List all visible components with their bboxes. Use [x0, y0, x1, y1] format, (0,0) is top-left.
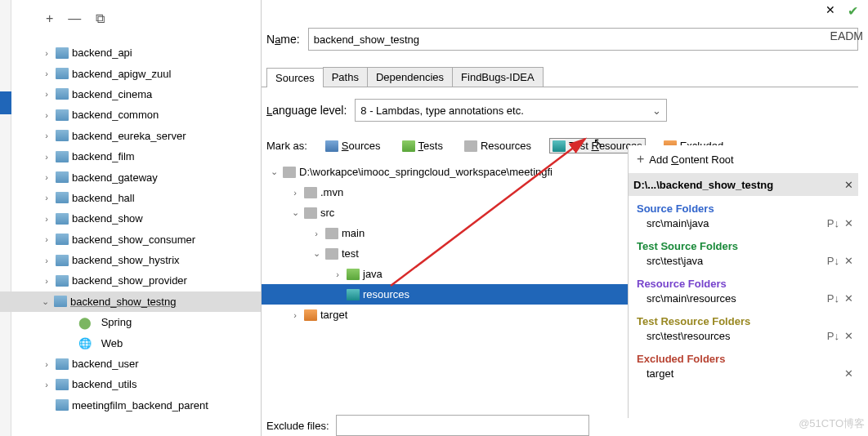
- tree-item-backend-show-consumer[interactable]: ›backend_show_consumer: [0, 229, 261, 250]
- tree-item-backend-film[interactable]: ›backend_film: [0, 146, 261, 167]
- remove-icon[interactable]: ✕: [844, 367, 853, 380]
- tab-findbugs[interactable]: FindBugs-IDEA: [452, 67, 544, 87]
- test-resource-folders-title: Test Resource Folders: [637, 315, 853, 327]
- project-tree-panel: + — ⧉ ›backend_api ›backend_apigw_zuul ›…: [0, 0, 262, 436]
- tab-paths[interactable]: Paths: [323, 67, 368, 87]
- module-folder-icon: [56, 275, 69, 287]
- chevron-right-icon: ›: [289, 310, 301, 320]
- module-folder-icon: [54, 296, 67, 307]
- test-source-folder-item[interactable]: src\test\javaP↓✕: [637, 252, 853, 274]
- p-badge[interactable]: P↓: [827, 255, 839, 267]
- p-badge[interactable]: P↓: [827, 292, 839, 305]
- tree-item-backend-user[interactable]: ›backend_user: [0, 354, 261, 374]
- tree-label: backend_film: [72, 150, 135, 162]
- check-icon[interactable]: ✔: [848, 3, 858, 19]
- folder-path: src\main\resources: [647, 292, 736, 305]
- tab-dependencies[interactable]: Dependencies: [367, 67, 453, 87]
- module-name-input[interactable]: [308, 28, 858, 51]
- module-folder-icon: [56, 171, 69, 183]
- tree-item-backend-utils[interactable]: ›backend_utils: [0, 374, 261, 394]
- copy-module-icon[interactable]: ⧉: [96, 11, 105, 26]
- folder-path: src\test\resources: [647, 330, 731, 342]
- chevron-right-icon: ›: [41, 193, 52, 202]
- remove-icon[interactable]: ✕: [844, 217, 853, 229]
- resources-folder-icon: [464, 140, 477, 152]
- add-module-icon[interactable]: +: [46, 11, 53, 26]
- tree-item-backend-eureka-server[interactable]: ›backend_eureka_server: [0, 126, 261, 146]
- chevron-right-icon: ›: [41, 89, 52, 99]
- remove-root-icon[interactable]: ✕: [844, 179, 853, 191]
- tree-item-web[interactable]: 🌐 Web: [0, 332, 261, 353]
- chevron-right-icon: ›: [41, 48, 52, 58]
- tree-item-backend-gateway[interactable]: ›backend_gateway: [0, 167, 261, 187]
- content-root-header[interactable]: D:\...\backend_show_testng✕: [629, 173, 858, 196]
- exclude-files-row: Exclude files:: [266, 415, 589, 436]
- folder-icon: [283, 167, 296, 178]
- p-badge[interactable]: P↓: [827, 330, 839, 342]
- test-resource-folder-item[interactable]: src\test\resourcesP↓✕: [637, 327, 853, 349]
- exclude-files-input[interactable]: [336, 415, 589, 436]
- tree-item-backend-show-provider[interactable]: ›backend_show_provider: [0, 270, 261, 291]
- remove-icon[interactable]: ✕: [844, 330, 853, 342]
- test-resources-folder-icon: [553, 140, 566, 152]
- tree-label: Web: [101, 337, 123, 349]
- tree-item-backend-api[interactable]: ›backend_api: [0, 42, 261, 63]
- cursor-icon: ↖: [593, 136, 603, 149]
- excluded-folder-icon: [304, 309, 317, 321]
- add-content-root-button[interactable]: +Add Content Root: [637, 152, 853, 167]
- ft-label: D:\workapce\imooc_springcloud_workspace\…: [299, 166, 553, 178]
- remove-icon[interactable]: ✕: [844, 255, 853, 267]
- resource-folder-item[interactable]: src\main\resourcesP↓✕: [637, 290, 853, 312]
- name-label: Name:: [266, 33, 300, 46]
- p-badge[interactable]: P↓: [827, 217, 839, 229]
- tree-label: backend_gateway: [72, 171, 158, 184]
- tree-label: backend_cinema: [72, 88, 152, 100]
- mark-resources-button[interactable]: Resources: [461, 138, 535, 153]
- tree-item-meetingfilm-backend-parent[interactable]: meetingfilm_backend_parent: [0, 395, 261, 416]
- tree-item-backend-cinema[interactable]: ›backend_cinema: [0, 84, 261, 105]
- module-folder-icon: [56, 68, 69, 79]
- tests-folder-icon: [347, 269, 360, 280]
- ft-label: resources: [363, 288, 409, 300]
- chevron-right-icon: ›: [41, 152, 52, 162]
- tree-item-backend-show-hystrix[interactable]: ›backend_show_hystrix: [0, 250, 261, 270]
- mark-tests-button[interactable]: Tests: [399, 138, 446, 153]
- test-resources-folder-icon: [347, 289, 360, 300]
- source-folders-title: Source Folders: [637, 202, 853, 215]
- tree-item-backend-hall[interactable]: ›backend_hall: [0, 188, 261, 208]
- chevron-right-icon: ›: [41, 276, 52, 286]
- tree-item-backend-common[interactable]: ›backend_common: [0, 105, 261, 125]
- tab-sources[interactable]: Sources: [266, 68, 324, 87]
- module-folder-icon: [56, 255, 69, 266]
- remove-icon[interactable]: ✕: [844, 292, 853, 305]
- folder-icon: [325, 248, 338, 260]
- tree-item-backend-show[interactable]: ›backend_show: [0, 208, 261, 229]
- source-folder-item[interactable]: src\main\javaP↓✕: [637, 215, 853, 237]
- tree-label: backend_common: [72, 109, 159, 121]
- tree-item-backend-apigw-zuul[interactable]: ›backend_apigw_zuul: [0, 63, 261, 83]
- tree-item-backend-show-testng[interactable]: ⌄backend_show_testng: [0, 291, 261, 312]
- folder-path: src\main\java: [647, 217, 709, 229]
- excluded-folder-item[interactable]: target✕: [637, 365, 853, 387]
- module-folder-icon: [56, 88, 69, 100]
- tree-label: backend_eureka_server: [72, 130, 186, 142]
- folder-icon: [304, 187, 317, 198]
- remove-module-icon[interactable]: —: [68, 11, 81, 26]
- plus-icon: +: [637, 152, 644, 167]
- excluded-folders-title: Excluded Folders: [637, 353, 853, 365]
- spring-icon: ⬤: [78, 316, 92, 329]
- mark-sources-button[interactable]: Sources: [322, 138, 384, 153]
- language-level-combo[interactable]: 8 - Lambdas, type annotations etc. ⌄: [355, 99, 667, 122]
- tree-label: backend_user: [72, 358, 139, 370]
- module-folder-icon: [56, 379, 69, 390]
- module-folder-icon: [56, 213, 69, 225]
- chevron-right-icon: ›: [41, 359, 52, 369]
- tree-label: backend_apigw_zuul: [72, 68, 171, 80]
- tree-item-spring[interactable]: ⬤ Spring: [0, 312, 261, 332]
- chevron-right-icon: ›: [289, 188, 301, 198]
- chevron-right-icon: ›: [311, 229, 322, 238]
- close-icon[interactable]: ✕: [825, 3, 835, 16]
- module-tabs: Sources Paths Dependencies FindBugs-IDEA: [262, 67, 858, 87]
- tree-label: backend_show_provider: [72, 274, 187, 287]
- watermark: @51CTO博客: [799, 416, 865, 431]
